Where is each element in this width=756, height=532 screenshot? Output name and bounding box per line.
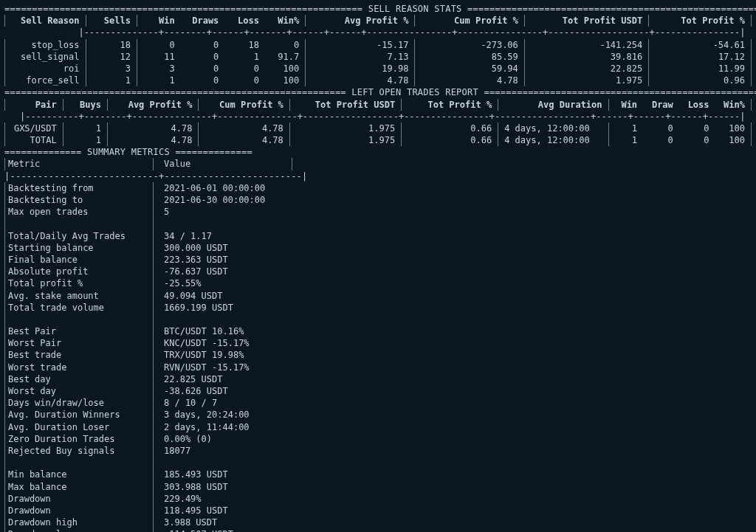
col-buys: Buys (63, 99, 107, 111)
cell: 0 (265, 39, 306, 51)
metric-row: Avg. Duration Loser2 days, 11:44:00 (5, 421, 292, 433)
metric-value: 34 / 1.17 (153, 230, 292, 242)
metric-row: Max open trades5 (5, 206, 292, 218)
cell: 1 (224, 51, 265, 63)
metric-value: 303.988 USDT (153, 481, 292, 493)
metric-value: 118.495 USDT (153, 505, 292, 517)
cell: 3 (137, 63, 180, 75)
metric-row: Total trade volume1669.199 USDT (5, 302, 292, 314)
cell: 4.78 (306, 75, 415, 86)
metric-row: Drawdown229.49% (5, 493, 292, 505)
metric-value: 185.493 USDT (153, 469, 292, 480)
metric-value: 0.00% (0) (153, 433, 292, 445)
cell: roi (5, 63, 86, 75)
cell: -54.61 (649, 39, 752, 51)
metric-row: Best day22.825 USDT (5, 373, 292, 385)
metric-row: Max balance303.988 USDT (5, 481, 292, 493)
cell: 59.94 (415, 63, 524, 75)
cell: 0.96 (649, 75, 752, 86)
cell: 0 (181, 63, 225, 75)
metric-row: Best tradeTRX/USDT 19.98% (5, 349, 292, 361)
cell: sell_signal (5, 51, 86, 63)
cell: 11 (137, 51, 180, 63)
cell: 18 (86, 39, 137, 51)
col-loss: Loss (679, 99, 715, 111)
col-avg-profit-: Avg Profit % (107, 99, 198, 111)
col-tot-profit-usdt: Tot Profit USDT (289, 99, 401, 111)
metric-spacer (5, 457, 292, 469)
metric-value: 22.825 USDT (153, 373, 292, 385)
col-avg-profit-: Avg Profit % (306, 15, 415, 27)
metric-name: Avg. Duration Loser (5, 421, 153, 433)
cell: 85.59 (415, 51, 524, 63)
cell: 0 (643, 122, 679, 134)
cell: 4.78 (199, 134, 289, 146)
metric-name: Backtesting to (5, 194, 153, 206)
metric-row: Zero Duration Trades0.00% (0) (5, 433, 292, 445)
cell: 1 (137, 75, 180, 86)
metric-row: Worst PairKNC/USDT -15.17% (5, 337, 292, 349)
cell: 0 (643, 134, 679, 146)
metric-row: Avg. stake amount49.094 USDT (5, 290, 292, 302)
metric-row: Worst day-38.626 USDT (5, 385, 292, 397)
metric-row: Starting balance300.000 USDT (5, 242, 292, 254)
cell: 100 (265, 75, 306, 86)
metric-row: Drawdown118.495 USDT (5, 505, 292, 517)
metric-value: TRX/USDT 19.98% (153, 349, 292, 361)
cell: 4.78 (415, 75, 524, 86)
summary-banner: ============== SUMMARY METRICS =========… (4, 146, 752, 158)
metric-row: Worst tradeRVN/USDT -15.17% (5, 362, 292, 373)
cell: 100 (265, 63, 306, 75)
cell: 0 (181, 51, 225, 63)
metric-name: Absolute profit (5, 266, 153, 277)
summary-header-value: Value (153, 158, 292, 170)
cell: 0 (679, 122, 715, 134)
metric-value: 2021-06-01 00:00:00 (153, 182, 292, 194)
cell: 19.98 (306, 63, 415, 75)
cell: 4 days, 12:00:00 (498, 122, 608, 134)
metric-name: Rejected Buy signals (5, 445, 153, 457)
col-pair: Pair (5, 99, 63, 111)
cell: stop_loss (5, 39, 86, 51)
cell: GXS/USDT (5, 122, 63, 134)
table-row: force_sell11001004.784.781.9750.96 (5, 75, 752, 86)
metric-value: 1669.199 USDT (153, 302, 292, 314)
cell: 0 (181, 75, 225, 86)
cell: 100 (715, 134, 752, 146)
cell: 4.78 (199, 122, 289, 134)
table-row: TOTAL14.784.781.9750.664 days, 12:00:001… (5, 134, 752, 146)
col-loss: Loss (224, 15, 265, 27)
cell: 0 (679, 134, 715, 146)
metric-name: Best Pair (5, 325, 153, 337)
col-sells: Sells (86, 15, 137, 27)
left-open-table: PairBuysAvg Profit %Cum Profit %Tot Prof… (4, 99, 752, 147)
cell: 1 (63, 134, 107, 146)
summary-header-metric: Metric (5, 158, 153, 170)
cell: 1 (608, 122, 643, 134)
metric-row: Final balance223.363 USDT (5, 254, 292, 266)
cell: 1.975 (289, 134, 401, 146)
metric-name: Best day (5, 373, 153, 385)
col-cum-profit-: Cum Profit % (199, 99, 289, 111)
cell: 1.975 (289, 122, 401, 134)
col-tot-profit-: Tot Profit % (649, 15, 752, 27)
metric-value: 8 / 10 / 7 (153, 397, 292, 409)
metric-name: Drawdown (5, 505, 153, 517)
sell-reason-table: Sell ReasonSellsWinDrawsLossWin%Avg Prof… (4, 15, 752, 86)
cell: 0.66 (402, 122, 498, 134)
metric-spacer (5, 218, 292, 229)
col-draw: Draw (643, 99, 679, 111)
col-avg-duration: Avg Duration (498, 99, 608, 111)
metric-row: Absolute profit-76.637 USDT (5, 266, 292, 277)
table-row: roi330010019.9859.9422.82511.99 (5, 63, 752, 75)
cell: 7.13 (306, 51, 415, 63)
table-row: sell_signal12110191.77.1385.5939.81617.1… (5, 51, 752, 63)
metric-value: -114.507 USDT (153, 528, 292, 532)
summary-header-sep: |---------------------------+-----------… (4, 170, 752, 182)
cell: 1 (608, 134, 643, 146)
metric-value: BTC/USDT 10.16% (153, 325, 292, 337)
cell: 11.99 (649, 63, 752, 75)
cell: force_sell (5, 75, 86, 86)
cell: 1 (63, 122, 107, 134)
table-row: stop_loss1800180-15.17-273.06-141.254-54… (5, 39, 752, 51)
